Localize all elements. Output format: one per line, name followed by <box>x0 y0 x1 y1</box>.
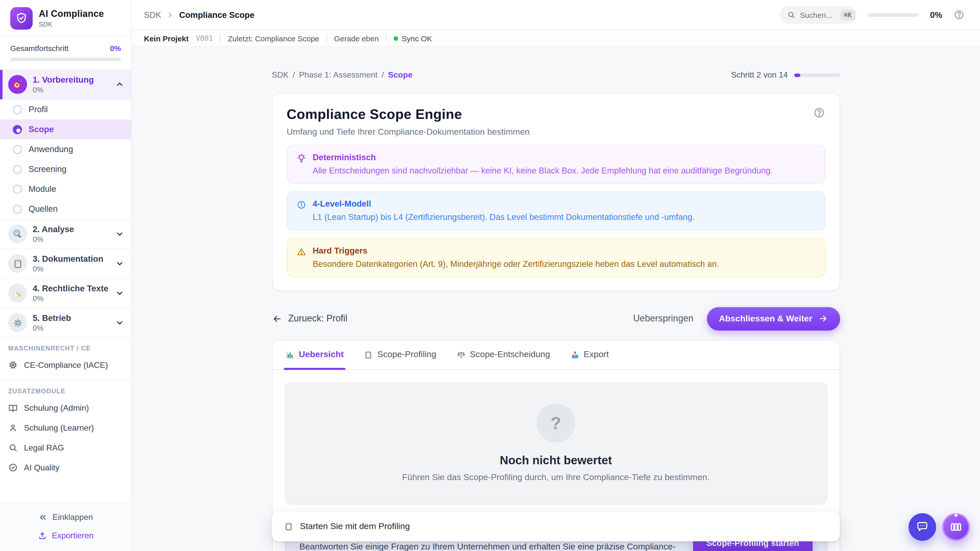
sidebar-item-label: Quellen <box>29 204 58 214</box>
project-name: Kein Projekt <box>144 34 189 43</box>
search-icon <box>8 443 18 453</box>
step-progress-track <box>794 73 840 77</box>
sidebar-nav: 1. Vorbereitung 0% Profil Scope Anwendun… <box>0 70 131 503</box>
chevron-down-icon <box>115 289 124 297</box>
last-visited: Zuletzt: Compliance Scope <box>228 34 320 43</box>
empty-state-text: Führen Sie das Scope-Profiling durch, um… <box>402 473 710 483</box>
sidebar-item-ce-compliance[interactable]: CE-Compliance (IACE) <box>0 355 131 375</box>
sidebar-item-label: Schulung (Learner) <box>24 423 94 432</box>
step-progress: Schritt 2 von 14 <box>731 70 840 79</box>
arrow-left-icon <box>272 314 282 324</box>
clipboard-icon <box>364 351 373 359</box>
step-radio-icon <box>13 144 22 154</box>
sync-label: Sync OK <box>402 34 432 43</box>
sidebar-phase-betrieb[interactable]: 5. Betrieb 0% <box>0 308 131 338</box>
cpu-icon <box>8 360 18 370</box>
overall-progress: Gesamtfortschritt 0% <box>0 37 131 70</box>
tab-scope-profiling[interactable]: Scope-Profiling <box>364 340 436 369</box>
note-body: L1 (Lean Startup) bis L4 (Zertifizierung… <box>313 211 695 223</box>
sidebar-phase-dokumentation[interactable]: 3. Dokumentation 0% <box>0 249 131 279</box>
search-input[interactable] <box>800 11 835 19</box>
search-box[interactable]: ⌘K <box>780 6 856 24</box>
phase-label: 1. Vorbereitung <box>33 75 110 85</box>
toast-text: Starten Sie mit dem Profiling <box>300 521 410 532</box>
overall-progress-track <box>10 58 121 61</box>
sidebar-phase-rechtliche-texte[interactable]: 4. Rechtliche Texte 0% <box>0 279 131 308</box>
app-subtitle: SDK <box>39 21 104 28</box>
panel-toggle-button[interactable] <box>942 513 970 541</box>
step-label: Schritt 2 von 14 <box>731 70 788 79</box>
sidebar-item-legal-rag[interactable]: Legal RAG <box>0 438 131 457</box>
breadcrumb-sdk[interactable]: SDK <box>272 70 289 79</box>
tab-label: Scope-Profiling <box>377 350 436 360</box>
page-title: Compliance Scope Engine <box>286 106 462 122</box>
profiling-toast[interactable]: Starten Sie mit dem Profiling <box>272 512 840 541</box>
tab-scope-entscheidung[interactable]: Scope-Entscheidung <box>457 340 550 369</box>
sidebar-item-anwendung[interactable]: Anwendung <box>0 139 131 159</box>
empty-state: ? Noch nicht bewertet Führen Sie das Sco… <box>285 382 827 505</box>
sidebar-item-label: Schulung (Admin) <box>24 403 89 413</box>
chevron-down-icon <box>115 230 124 238</box>
info-circle-icon <box>296 200 306 223</box>
sidebar-item-label: CE-Compliance (IACE) <box>24 360 108 370</box>
question-mark-icon: ? <box>536 404 575 443</box>
sidebar-item-schulung-learner[interactable]: Schulung (Learner) <box>0 418 131 438</box>
breadcrumb-phase[interactable]: Phase 1: Assessment <box>299 70 378 79</box>
chat-bubble-icon <box>916 520 929 534</box>
shield-check-icon <box>15 12 28 25</box>
magnifier-icon <box>8 224 27 243</box>
book-open-icon <box>8 403 18 413</box>
top-header: SDK Compliance Scope ⌘K 0% <box>132 0 980 30</box>
clipboard-icon <box>284 522 293 531</box>
chevron-right-icon <box>166 11 174 19</box>
tab-export[interactable]: Export <box>570 340 609 369</box>
sidebar-item-screening[interactable]: Screening <box>0 159 131 179</box>
app-logo <box>10 7 33 30</box>
breadcrumb-root[interactable]: SDK <box>144 10 161 20</box>
sidebar-item-quellen[interactable]: Quellen <box>0 199 131 219</box>
skip-button[interactable]: Ueberspringen <box>633 313 694 324</box>
sidebar-item-profil[interactable]: Profil <box>0 100 131 119</box>
help-icon[interactable] <box>953 9 965 21</box>
sidebar-item-scope[interactable]: Scope <box>0 119 131 139</box>
overall-progress-label: Gesamtfortschritt <box>10 44 68 52</box>
help-icon[interactable] <box>813 106 825 119</box>
section-heading-maschinenrecht: MASCHINENRECHT / CE <box>0 338 131 355</box>
collapse-sidebar-button[interactable]: Einklappen <box>0 508 131 527</box>
sidebar-phase-vorbereitung[interactable]: 1. Vorbereitung 0% <box>0 70 131 100</box>
sidebar-item-ai-quality[interactable]: AI Quality <box>0 457 131 478</box>
search-shortcut-kbd: ⌘K <box>840 10 855 20</box>
sidebar-item-label: Legal RAG <box>24 443 64 452</box>
sidebar-item-label: Scope <box>29 124 54 134</box>
chat-button[interactable] <box>908 513 936 541</box>
header-progress-track <box>868 13 919 17</box>
empty-state-title: Noch nicht bewertet <box>500 454 612 468</box>
export-label: Exportieren <box>52 531 94 540</box>
status-bar: Kein Projekt V001 Zuletzt: Compliance Sc… <box>132 30 980 47</box>
breadcrumb-current-step: Scope <box>388 70 412 79</box>
note-deterministisch: Deterministisch Alle Entscheidungen sind… <box>286 145 825 184</box>
sidebar-item-schulung-admin[interactable]: Schulung (Admin) <box>0 398 131 418</box>
back-button[interactable]: Zurueck: Profil <box>272 313 347 324</box>
cta-text: Beantworten Sie einige Fragen zu Ihrem U… <box>299 542 693 551</box>
main-content: SDK / Phase 1: Assessment / Scope Schrit… <box>132 47 980 551</box>
phase-progress: 0% <box>33 86 110 94</box>
tab-uebersicht[interactable]: Uebersicht <box>286 340 344 369</box>
divider <box>326 34 327 42</box>
last-saved-time: Gerade eben <box>334 34 379 43</box>
complete-next-button[interactable]: Abschliessen & Weiter <box>707 307 840 330</box>
step-progress-fill <box>794 73 800 77</box>
sidebar-footer: Einklappen Exportieren <box>0 503 131 551</box>
next-label: Abschliessen & Weiter <box>719 314 812 324</box>
sidebar-item-label: AI Quality <box>24 463 59 472</box>
warning-triangle-icon <box>296 247 306 269</box>
step-radio-icon <box>13 165 22 174</box>
scales-icon <box>457 351 465 359</box>
phase-progress: 0% <box>33 294 110 303</box>
breadcrumb-current: Compliance Scope <box>179 10 255 20</box>
sidebar-phase-analyse[interactable]: 2. Analyse 0% <box>0 219 131 249</box>
chevron-up-icon <box>115 80 124 89</box>
export-button[interactable]: Exportieren <box>0 527 131 545</box>
sidebar-item-module[interactable]: Module <box>0 179 131 199</box>
sidebar-item-label: Profil <box>29 105 48 114</box>
